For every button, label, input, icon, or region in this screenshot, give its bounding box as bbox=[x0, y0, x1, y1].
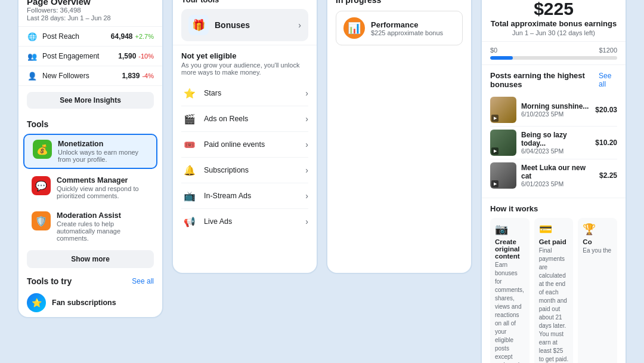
comments-manager-desc: Quickly view and respond to prioritized … bbox=[57, 185, 149, 199]
page-overview-title: Page Overview bbox=[27, 0, 154, 7]
monetization-desc: Unlock ways to earn money from your prof… bbox=[58, 149, 148, 163]
stars-label: Stars bbox=[204, 89, 221, 97]
post-row-0[interactable]: ▶ Morning sunshine... 6/10/2023 5PM $20.… bbox=[490, 94, 617, 127]
camera-icon: 📷 bbox=[495, 223, 525, 236]
progress-bar-fill bbox=[490, 56, 513, 60]
your-tools-label: Your tools bbox=[181, 0, 308, 4]
post-reach-label: Post Reach bbox=[42, 32, 111, 41]
bonuses-label: Bonuses bbox=[215, 20, 250, 30]
post-info-0: Morning sunshine... 6/10/2023 5PM bbox=[521, 102, 590, 118]
top-posts-see-all-link[interactable]: See all bbox=[599, 72, 617, 88]
trophy-icon: 🏆 bbox=[583, 223, 612, 236]
your-tools-section: Your tools 🎁 Bonuses › bbox=[173, 0, 317, 45]
fan-subscriptions-item[interactable]: ⭐ Fan subscriptions bbox=[18, 288, 162, 317]
post-engagement-label: Post Engagement bbox=[42, 52, 118, 60]
add-person-icon: 👤 bbox=[27, 70, 38, 81]
people-icon: 👥 bbox=[27, 51, 38, 61]
globe-icon: 🌐 bbox=[27, 31, 38, 42]
post-earning-0: $20.03 bbox=[595, 106, 617, 114]
metric-new-followers: 👤 New Followers 1,839 -4% bbox=[18, 66, 162, 86]
earnings-section: $225 Total approximate bonus earnings Ju… bbox=[482, 0, 626, 42]
not-eligible-desc: As you grow your audience, you'll unlock… bbox=[181, 61, 308, 76]
post-title-0: Morning sunshine... bbox=[521, 102, 590, 110]
post-thumb-overlay-1: ▶ bbox=[491, 147, 499, 155]
metric-post-engagement: 👥 Post Engagement 1,590 -10% bbox=[18, 47, 162, 66]
live-ads-chevron-icon: › bbox=[305, 217, 308, 226]
comments-manager-tool[interactable]: 💬 Comments Manager Quickly view and resp… bbox=[23, 171, 157, 204]
post-info-1: Being so lazy today... 6/04/2023 5PM bbox=[521, 131, 590, 155]
in-progress-section: In progress 📊 Performance $225 approxima… bbox=[327, 0, 471, 51]
stars-icon: ⭐ bbox=[181, 85, 198, 101]
moderation-assist-tool[interactable]: 🛡️ Moderation Assist Create rules to hel… bbox=[23, 207, 157, 247]
ads-reels-chevron-icon: › bbox=[305, 114, 308, 124]
ne-item-live-ads[interactable]: 📢 Live Ads › bbox=[181, 209, 308, 234]
instream-ads-icon: 📺 bbox=[181, 187, 198, 204]
fan-sub-icon: ⭐ bbox=[27, 293, 46, 312]
post-thumb-2: ▶ bbox=[490, 162, 516, 189]
live-ads-label: Live Ads bbox=[204, 217, 232, 226]
monetization-icon: 💰 bbox=[33, 140, 52, 159]
perf-progress-label: Performance bbox=[371, 20, 443, 29]
hw-co-desc: Ea you the bbox=[583, 247, 612, 255]
screen-performance: ← Performance ... $225 Total approximate… bbox=[481, 0, 627, 363]
post-info-2: Meet Luka our new cat 6/01/2023 5PM bbox=[521, 164, 595, 187]
ne-item-stars[interactable]: ⭐ Stars › bbox=[181, 81, 308, 106]
see-more-insights-button[interactable]: See More Insights bbox=[27, 92, 154, 109]
hw-paid-desc: Final payments are calculated at the end… bbox=[539, 247, 569, 363]
monetization-tool[interactable]: 💰 Monetization Unlock ways to earn money… bbox=[23, 134, 157, 169]
screen-bonuses: ← Bonuses Your tools 🎁 Bonuses › Not yet… bbox=[172, 0, 318, 274]
metric-post-reach: 🌐 Post Reach 64,948 +2.7% bbox=[18, 27, 162, 47]
hw-item-co: 🏆 Co Ea you the bbox=[578, 218, 617, 363]
paid-events-chevron-icon: › bbox=[305, 140, 308, 149]
followers-count: Followers: 36,498 bbox=[27, 7, 154, 14]
hw-co-label: Co bbox=[583, 238, 612, 245]
performance-progress-item[interactable]: 📊 Performance $225 approximate bonus bbox=[336, 11, 463, 45]
earnings-amount: $225 bbox=[490, 0, 617, 19]
post-reach-change: +2.7% bbox=[135, 33, 154, 40]
perf-progress-sub: $225 approximate bonus bbox=[371, 29, 443, 36]
performance-progress-icon: 📊 bbox=[343, 17, 365, 39]
ne-item-instream-ads[interactable]: 📺 In-Stream Ads › bbox=[181, 183, 308, 209]
screen-professional-dashboard: ← Professional Dashboard Page Overview F… bbox=[17, 0, 163, 318]
hw-paid-label: Get paid bbox=[539, 238, 569, 245]
page-overview-section: Page Overview Followers: 36,498 Last 28 … bbox=[18, 0, 162, 27]
screen-bonuses-progress: ← Bonuses In progress 📊 Performance $225… bbox=[326, 0, 472, 274]
ads-reels-icon: 🎬 bbox=[181, 110, 198, 127]
bonuses-highlight-item[interactable]: 🎁 Bonuses › bbox=[181, 9, 308, 41]
subscriptions-label: Subscriptions bbox=[204, 166, 249, 174]
ne-item-paid-events[interactable]: 🎟️ Paid online events › bbox=[181, 132, 308, 158]
card-icon: 💳 bbox=[539, 223, 569, 236]
post-date-0: 6/10/2023 5PM bbox=[521, 110, 590, 118]
post-earning-2: $2.25 bbox=[599, 171, 617, 180]
earnings-progress-bar bbox=[490, 56, 617, 60]
post-row-2[interactable]: ▶ Meet Luka our new cat 6/01/2023 5PM $2… bbox=[490, 159, 617, 192]
tools-see-all-link[interactable]: See all bbox=[132, 277, 154, 285]
date-range: Last 28 days: Jun 1 – Jun 28 bbox=[27, 14, 154, 21]
earnings-progress-bar-container: $0 $1200 bbox=[482, 42, 626, 65]
post-date-2: 6/01/2023 5PM bbox=[521, 180, 595, 187]
show-more-button[interactable]: Show more bbox=[27, 250, 154, 268]
hw-create-desc: Earn bonuses for comments, shares, views… bbox=[495, 261, 525, 363]
hw-item-paid: 💳 Get paid Final payments are calculated… bbox=[534, 218, 574, 363]
instream-ads-chevron-icon: › bbox=[305, 191, 308, 201]
new-followers-label: New Followers bbox=[42, 72, 122, 80]
post-thumb-overlay-2: ▶ bbox=[491, 180, 499, 187]
post-title-1: Being so lazy today... bbox=[521, 131, 590, 147]
ne-item-ads-reels[interactable]: 🎬 Ads on Reels › bbox=[181, 106, 308, 132]
stars-chevron-icon: › bbox=[305, 88, 308, 98]
new-followers-change: -4% bbox=[142, 72, 154, 79]
moderation-desc: Create rules to help automatically manag… bbox=[57, 220, 149, 242]
post-reach-value: 64,948 bbox=[111, 32, 133, 41]
fan-sub-name: Fan subscriptions bbox=[52, 299, 116, 307]
paid-events-label: Paid online events bbox=[204, 140, 265, 149]
tools-section-title: Tools bbox=[18, 115, 162, 131]
subscriptions-chevron-icon: › bbox=[305, 165, 308, 175]
ne-item-subscriptions[interactable]: 🔔 Subscriptions › bbox=[181, 158, 308, 183]
ads-reels-label: Ads on Reels bbox=[204, 115, 248, 123]
post-row-1[interactable]: ▶ Being so lazy today... 6/04/2023 5PM $… bbox=[490, 127, 617, 159]
chevron-right-icon: › bbox=[298, 20, 301, 30]
hw-item-create: 📷 Create original content Earn bonuses f… bbox=[490, 218, 530, 363]
bonuses-icon: 🎁 bbox=[188, 15, 209, 35]
post-thumb-1: ▶ bbox=[490, 130, 516, 156]
how-it-works-section: How it works 📷 Create original content E… bbox=[482, 198, 626, 363]
